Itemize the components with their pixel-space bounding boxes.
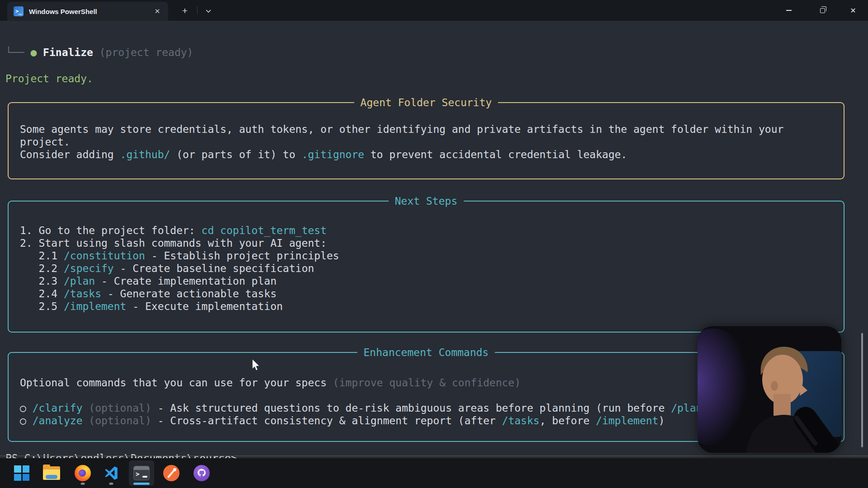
tab-title: Windows PowerShell (29, 8, 151, 15)
active-window-indicator (133, 483, 150, 485)
minimize-icon (786, 10, 792, 11)
github-desktop-icon (193, 465, 210, 481)
chevron-down-icon (205, 9, 212, 13)
orange-app-icon (163, 465, 179, 481)
taskbar-item-firefox[interactable] (70, 460, 95, 486)
file-explorer-icon (43, 466, 60, 480)
close-icon: ✕ (850, 6, 856, 15)
project-ready-line: Project ready. (5, 72, 93, 85)
panel-body: Some agents may store credentials, auth … (9, 103, 844, 178)
taskbar-item-orange-app[interactable] (159, 460, 184, 486)
finalize-tree-line: └── ● Finalize (project ready) (5, 46, 193, 59)
vscode-icon (104, 465, 119, 481)
terminal-scrollbar-thumb[interactable] (861, 333, 863, 447)
webcam-overlay (698, 326, 841, 453)
panel-title: Agent Folder Security (354, 96, 498, 109)
minimize-button[interactable] (774, 0, 804, 21)
firefox-icon (75, 465, 91, 481)
tab-divider (197, 6, 198, 15)
new-tab-button[interactable]: + (177, 4, 193, 18)
taskbar-item-windows-terminal[interactable]: > (129, 460, 154, 486)
running-indicator (81, 483, 85, 485)
panel-body: 1. Go to the project folder: cd copilot_… (9, 202, 844, 332)
start-button[interactable] (9, 460, 34, 486)
next-steps-panel: Next Steps 1. Go to the project folder: … (8, 201, 844, 333)
tab-windows-powershell[interactable]: >_ Windows PowerShell ✕ (7, 2, 168, 21)
powershell-icon: >_ (14, 6, 24, 16)
presenter-video (698, 326, 841, 453)
taskbar: > (0, 458, 868, 488)
running-indicator (109, 483, 113, 485)
tab-dropdown-button[interactable] (201, 4, 216, 18)
panel-title: Enhancement Commands (357, 346, 495, 359)
panel-title: Next Steps (388, 195, 463, 207)
taskbar-item-file-explorer[interactable] (39, 460, 64, 486)
mouse-cursor (251, 358, 261, 374)
window-bottom-edge (0, 455, 868, 456)
tab-close-icon[interactable]: ✕ (151, 5, 164, 18)
screen: >_ Windows PowerShell ✕ + ✕ └── ● Finali… (0, 0, 868, 488)
titlebar: >_ Windows PowerShell ✕ + ✕ (0, 0, 868, 21)
restore-icon (820, 8, 825, 13)
taskbar-item-vscode[interactable] (99, 460, 124, 486)
taskbar-item-github-desktop[interactable] (189, 460, 214, 486)
agent-folder-security-panel: Agent Folder Security Some agents may st… (8, 102, 844, 179)
close-button[interactable]: ✕ (838, 0, 868, 21)
windows-terminal-icon: > (133, 466, 150, 480)
windows-logo-icon (14, 465, 29, 481)
restore-button[interactable] (807, 0, 837, 21)
